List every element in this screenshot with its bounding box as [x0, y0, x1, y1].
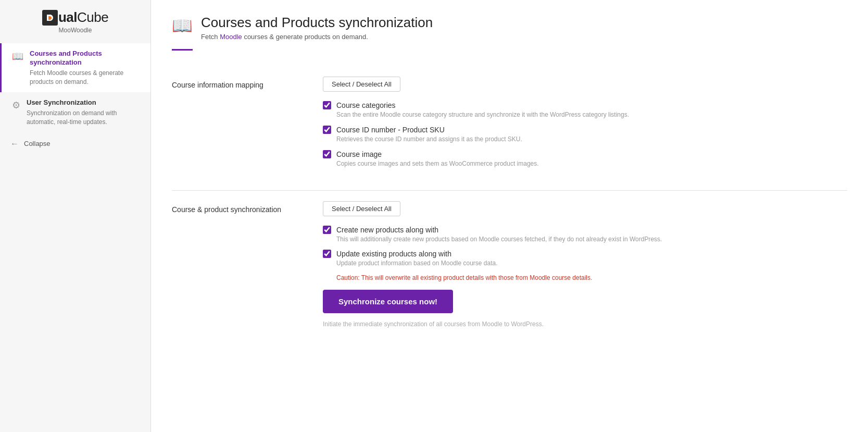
- course-image-label: Course image: [336, 150, 382, 158]
- sidebar-item-courses-sync-desc: Fetch Moodle courses & generate products…: [30, 69, 142, 87]
- create-new-products-checkbox[interactable]: [323, 226, 331, 234]
- page-title: Courses and Products synchronization: [201, 15, 433, 31]
- logo-subtitle: MooWoodle: [59, 27, 92, 34]
- sync-description: Initiate the immediate synchronization o…: [323, 320, 847, 328]
- main-content: 📖 Courses and Products synchronization F…: [151, 0, 868, 432]
- course-id-sku-checkbox[interactable]: [323, 126, 331, 134]
- collapse-button[interactable]: ← Collapse: [0, 133, 150, 155]
- course-categories-checkbox[interactable]: [323, 101, 331, 109]
- create-new-products-item: Create new products along with This will…: [323, 226, 847, 244]
- course-categories-desc: Scan the entire Moodle course category s…: [336, 110, 847, 119]
- course-image-desc: Copies course images and sets them as Wo…: [336, 159, 847, 168]
- page-header-icon: 📖: [172, 16, 193, 35]
- page-body: Course information mapping Select / Dese…: [151, 51, 868, 432]
- course-id-sku-desc: Retrieves the course ID number and assig…: [336, 135, 847, 144]
- course-info-mapping-label: Course information mapping: [172, 77, 302, 89]
- collapse-label: Collapse: [24, 140, 51, 147]
- update-existing-products-item: Update existing products along with Upda…: [323, 250, 847, 281]
- sidebar-nav: 📖 Courses and Products synchronization F…: [0, 38, 150, 432]
- sidebar-item-courses-sync-title: Courses and Products synchronization: [30, 50, 142, 67]
- book-icon: 📖: [12, 51, 23, 62]
- collapse-arrow-icon: ←: [10, 139, 19, 149]
- course-image-checkbox[interactable]: [323, 150, 331, 158]
- page-subtitle: Fetch Moodle courses & generate products…: [201, 33, 433, 41]
- update-existing-products-label: Update existing products along with: [336, 250, 451, 258]
- create-new-products-desc: This will additionally create new produc…: [336, 235, 847, 244]
- select-deselect-all-btn-1[interactable]: Select / Deselect All: [323, 77, 400, 92]
- course-product-sync-label: Course & product synchronization: [172, 201, 302, 214]
- course-image-item: Course image Copies course images and se…: [323, 150, 847, 168]
- course-info-mapping-content: Select / Deselect All Course categories …: [323, 77, 847, 174]
- moodle-link[interactable]: Moodle: [220, 33, 242, 41]
- course-id-sku-item: Course ID number - Product SKU Retrieves…: [323, 126, 847, 144]
- update-existing-products-desc: Update product information based on Mood…: [336, 259, 847, 268]
- course-categories-item: Course categories Scan the entire Moodle…: [323, 101, 847, 119]
- caution-text: Caution: This will overwrite all existin…: [336, 274, 847, 281]
- sidebar-item-user-sync-desc: Synchronization on demand with automatic…: [27, 109, 142, 127]
- update-existing-products-checkbox[interactable]: [323, 250, 331, 258]
- create-new-products-label: Create new products along with: [336, 226, 438, 234]
- sidebar-item-user-sync-title: User Synchronization: [27, 98, 142, 107]
- select-deselect-all-btn-2[interactable]: Select / Deselect All: [323, 201, 400, 216]
- course-id-sku-label: Course ID number - Product SKU: [336, 126, 445, 134]
- synchronize-courses-button[interactable]: Synchronize courses now!: [323, 290, 453, 313]
- course-product-sync-section: Course & product synchronization Select …: [172, 190, 847, 344]
- sync-icon: ⚙: [12, 100, 20, 111]
- sidebar-item-user-sync[interactable]: ⚙ User Synchronization Synchronization o…: [0, 92, 150, 132]
- course-product-sync-content: Select / Deselect All Create new product…: [323, 201, 847, 328]
- course-categories-label: Course categories: [336, 101, 396, 109]
- sidebar: ualCube MooWoodle 📖 Courses and Products…: [0, 0, 151, 432]
- logo-brand-text: ualCube: [58, 9, 108, 26]
- logo-area: ualCube MooWoodle: [0, 0, 150, 38]
- page-header: 📖 Courses and Products synchronization F…: [151, 0, 868, 41]
- sidebar-item-courses-sync[interactable]: 📖 Courses and Products synchronization F…: [0, 43, 150, 92]
- logo-icon: [42, 10, 58, 26]
- course-info-mapping-section: Course information mapping Select / Dese…: [172, 66, 847, 190]
